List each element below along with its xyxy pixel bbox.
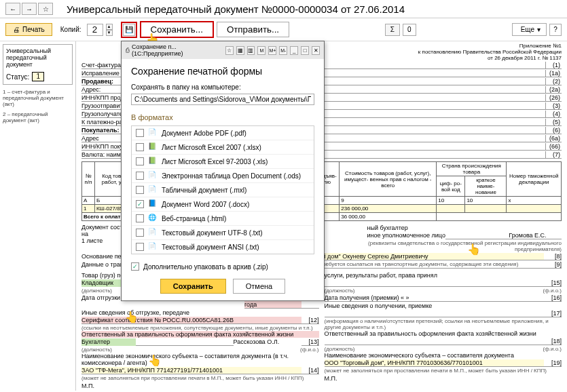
sidebar: Универсальный передаточный документ Стат… [0,41,76,391]
checkbox-icon[interactable] [136,214,144,222]
format-mxl[interactable]: 📄Табличный документ (.mxl) [132,183,314,197]
printer-icon: 🖨 [13,26,20,33]
copies-down[interactable]: ▼ [106,30,113,36]
format-xls[interactable]: 📗Лист Microsoft Excel 97-2003 (.xls) [132,155,314,169]
status-note-1: 1 – счет-фактура и передаточный документ… [3,89,73,107]
txt-icon: 📄 [148,242,158,252]
dialog-fav-icon[interactable]: ☆ [225,46,234,55]
favorite-button[interactable]: ☆ [38,3,53,15]
excel-icon: 📗 [148,142,158,152]
print-button[interactable]: 🖨 Печать [5,23,52,36]
formats-heading: В форматах [131,113,314,121]
formats-list: 📄Документ Adobe PDF (.pdf) 📗Лист Microso… [131,125,314,254]
html-icon: 🌐 [148,214,158,223]
format-docx[interactable]: ✓📘Документ Word 2007 (.docx) [132,197,314,212]
page-title: Универсальный передаточный документ №000… [67,3,405,15]
format-html[interactable]: 🌐Веб-страница (.html) [132,212,314,226]
dialog-min-button[interactable]: _ [290,46,298,55]
forward-button[interactable]: → [22,3,37,15]
doc-type-title: Универсальный передаточный документ [6,47,69,68]
cursor-icon: 👆 [148,354,162,367]
format-pdf[interactable]: 📄Документ Adobe PDF (.pdf) [132,126,314,140]
pdf-icon: 📄 [148,128,158,138]
help-button[interactable]: ? [549,24,562,36]
checkbox-icon[interactable] [136,143,144,151]
dialog-m3-icon[interactable]: M- [279,46,287,55]
word-icon: 📘 [148,199,158,209]
format-utf8[interactable]: 📄Текстовый документ UTF-8 (.txt) [132,226,314,240]
dialog-save-button[interactable]: Сохранить [160,279,226,294]
send-button[interactable]: Отправить... [217,22,289,37]
checkbox-icon[interactable] [136,229,144,237]
dialog-max-button[interactable]: □ [301,46,309,55]
sigma-button[interactable]: Σ [385,24,400,36]
back-button[interactable]: ← [5,3,20,15]
path-input[interactable] [131,94,314,105]
more-button[interactable]: Еще▾ [512,23,547,36]
sigma-value: 0 [403,24,416,36]
excel-icon: 📗 [148,157,158,166]
checkbox-icon[interactable] [136,172,144,180]
dialog-cancel-button[interactable]: Отмена [233,279,285,294]
cursor-icon: 👆 [467,243,481,256]
ods-icon: 📄 [148,171,158,180]
save-to-label: Сохранять в папку на компьютере: [131,83,314,91]
checkbox-icon[interactable]: ✓ [136,200,144,208]
format-ods[interactable]: 📄Электронная таблица Open Document (.ods… [132,169,314,183]
checkbox-icon[interactable] [136,129,144,137]
dialog-m-icon[interactable]: M [257,46,266,55]
dialog-calc-icon[interactable]: ▦ [236,46,244,55]
right-column: услуги, результаты работ, права принял [… [325,271,562,389]
dialog-cal-icon[interactable]: ▥ [247,46,255,55]
copies-up[interactable]: ▲ [106,24,113,30]
dialog-heading: Сохранение печатной формы [131,66,314,77]
archive-checkbox[interactable]: ✓ [131,262,139,271]
dialog-m2-icon[interactable]: M+ [268,46,276,55]
checkbox-icon[interactable] [136,157,144,165]
mxl-icon: 📄 [148,185,158,195]
dialog-icon: ⎙ [126,47,129,54]
dialog-close-button[interactable]: ✕ [312,46,320,55]
status-label: Статус: [6,73,29,81]
format-ansi[interactable]: 📄Текстовый документ ANSI (.txt) [132,240,314,254]
txt-icon: 📄 [148,228,158,237]
copies-label: Копий: [60,26,81,33]
status-value[interactable]: 1 [32,72,44,81]
highlighted-save-group: 💾 [121,22,137,38]
save-dialog: ⎙ Сохранение п... (1С:Предприятие) ☆ ▦ ▥… [121,41,325,301]
dialog-title: Сохранение п... (1С:Предприятие) [132,43,220,57]
status-note-2: 2 – передаточный документ (акт) [3,111,73,123]
chevron-down-icon: ▾ [537,26,541,33]
copies-input[interactable] [87,24,103,36]
archive-row[interactable]: ✓ Дополнительно упаковать в архив (.zip) [131,262,314,271]
cursor-icon: 👆 [125,311,139,324]
checkbox-icon[interactable] [136,243,144,251]
save-icon-button[interactable]: 💾 [123,24,135,36]
format-xlsx[interactable]: 📗Лист Microsoft Excel 2007 (.xlsx) [132,140,314,155]
checkbox-icon[interactable] [136,186,144,194]
